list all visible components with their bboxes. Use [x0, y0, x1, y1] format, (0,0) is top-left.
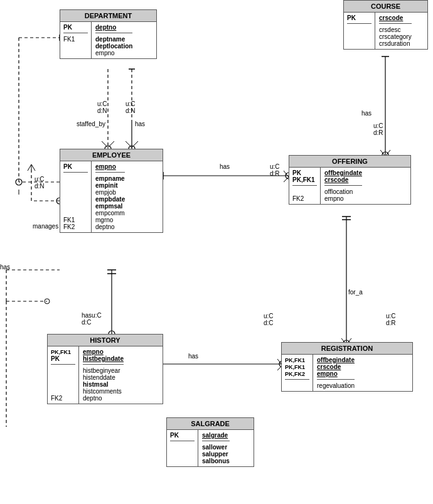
dept-deptname: deptname	[95, 36, 132, 43]
erd-diagram: DEPARTMENT PK FK1 deptno deptname deptlo…	[0, 0, 433, 504]
course-crscategory: crscategory	[379, 33, 412, 40]
dept-deptno: deptno	[95, 24, 116, 31]
reg-crscode: crscode	[317, 363, 341, 370]
emp-empbdate: empbdate	[95, 196, 125, 203]
registration-title: REGISTRATION	[282, 343, 412, 355]
label-has-emp-off: has	[220, 163, 230, 170]
label-manages: manages	[33, 223, 58, 230]
dept-fk1-label: FK1	[63, 36, 88, 43]
emp-deptno: deptno	[95, 223, 125, 230]
emp-empcomm: empcomm	[95, 210, 125, 217]
salgrade-salbonus: salbonus	[202, 458, 230, 464]
hist-histenddate: histenddate	[83, 374, 124, 381]
off-offbegindate: offbegindate	[324, 169, 362, 176]
hist-histbegindate: histbegindate	[83, 355, 124, 362]
emp-empname: empname	[95, 175, 125, 182]
offering-entity: OFFERING PK PK,FK1 FK2 offbegindate crsc…	[289, 155, 411, 205]
salgrade-salupper: salupper	[202, 451, 230, 458]
svg-line-2	[102, 141, 108, 147]
course-pk-label: PK	[347, 14, 356, 21]
label-has-course: has	[361, 110, 372, 117]
salgrade-title: SALGRADE	[167, 418, 254, 430]
course-title: COURSE	[344, 1, 427, 13]
emp-pk-label: PK	[63, 163, 72, 170]
svg-point-13	[16, 179, 22, 185]
card-uC-dR-reg: u:Cd:R	[386, 313, 396, 326]
off-fk2-label: FK2	[292, 195, 317, 202]
emp-empmsal: empmsal	[95, 203, 125, 210]
dept-empno: empno	[95, 50, 132, 56]
card-uC-dN-1: u:Cd:N	[97, 100, 107, 114]
label-staffed-by: staffed_by	[77, 121, 105, 127]
card-uC-dR-2: u:Cd:R	[270, 163, 280, 177]
hist-empno: empno	[83, 348, 104, 355]
course-crscode: crscode	[379, 14, 403, 21]
off-offlocation: offlocation	[324, 188, 362, 195]
reg-empno: empno	[317, 370, 338, 377]
employee-title: EMPLOYEE	[60, 149, 163, 161]
card-uC-dC: u:Cd:C	[264, 313, 274, 326]
svg-line-20	[28, 164, 31, 171]
course-entity: COURSE PK crscode crsdesc crscategory cr…	[343, 0, 428, 50]
history-entity: HISTORY PK,FK1 PK FK2 empno his	[47, 334, 163, 404]
label-has-dept: has	[135, 121, 145, 127]
emp-empinit: empinit	[95, 182, 125, 189]
label-for-a: for_a	[348, 289, 363, 296]
label-has-hist: has	[188, 353, 198, 360]
svg-line-21	[31, 164, 35, 171]
course-crsdesc: crsdesc	[379, 26, 412, 33]
svg-point-50	[45, 299, 50, 304]
offering-title: OFFERING	[289, 156, 410, 168]
emp-empjob: empjob	[95, 189, 125, 196]
off-crscode: crscode	[324, 176, 348, 183]
reg-offbegindate: offbegindate	[317, 357, 355, 363]
dept-pk-label: PK	[63, 24, 72, 31]
salgrade-sallower: sallower	[202, 444, 230, 451]
svg-line-7	[126, 141, 132, 147]
emp-fk1-label: FK1	[63, 217, 88, 223]
emp-mgrno: mgrno	[95, 217, 125, 223]
hist-fk2-label: FK2	[51, 395, 75, 402]
label-has-left: has	[0, 264, 10, 271]
salgrade-pk-label: PK	[170, 432, 179, 439]
reg-regevaluation: regevaluation	[317, 382, 355, 389]
salgrade-salgrade: salgrade	[202, 432, 228, 439]
svg-line-24	[284, 171, 289, 177]
svg-line-25	[284, 177, 289, 182]
employee-entity: EMPLOYEE PK FK1 FK2	[60, 149, 163, 233]
off-empno: empno	[324, 195, 362, 202]
emp-fk2-label: FK2	[63, 223, 88, 230]
department-entity: DEPARTMENT PK FK1 deptno deptname deptlo…	[60, 9, 157, 59]
hist-histmsal: histmsal	[83, 381, 124, 388]
card-uC-dN-manages: u:Cd:N	[35, 176, 45, 190]
svg-line-8	[132, 141, 138, 147]
department-title: DEPARTMENT	[60, 10, 156, 22]
salgrade-entity: SALGRADE PK salgrade sallower salupper s…	[166, 417, 254, 467]
emp-empno: empno	[95, 163, 116, 170]
dept-deptlocation: deptlocation	[95, 43, 132, 50]
hist-histcomments: histcomments	[83, 388, 124, 395]
card-uC-dR-1: u:Cd:R	[373, 122, 383, 136]
hist-deptno: deptno	[83, 395, 124, 402]
course-crsduration: crsduration	[379, 40, 412, 47]
hist-histbeginyear: histbeginyear	[83, 367, 124, 374]
history-title: HISTORY	[48, 335, 163, 346]
card-uC-dN-2: u:Cd:N	[126, 100, 136, 114]
svg-line-3	[108, 141, 114, 147]
card-hasu-dC: hasu:Cd:C	[82, 312, 102, 326]
registration-entity: REGISTRATION PK,FK1 PK,FK1 PK,FK2 offbeg…	[281, 342, 413, 392]
